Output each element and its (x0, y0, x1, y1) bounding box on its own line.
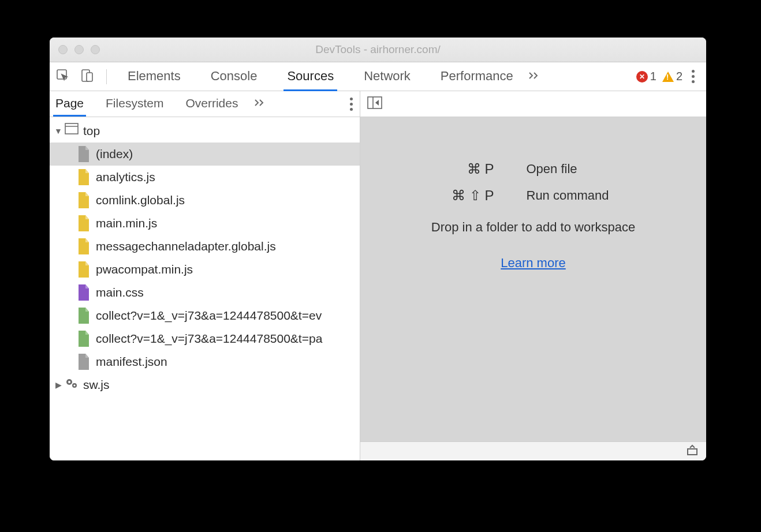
more-tabs-icon[interactable] (528, 70, 541, 83)
tree-item-label: top (83, 124, 100, 138)
tree-item-label: collect?v=1&_v=j73&a=1244478500&t=ev (96, 309, 322, 323)
tree-file-item[interactable]: analytics.js (50, 166, 360, 189)
navigator-tab-page[interactable]: Page (53, 91, 86, 117)
tree-file-item[interactable]: (index) (50, 143, 360, 166)
workspace-drop-hint: Drop in a folder to add to workspace (431, 220, 635, 235)
file-icon (77, 284, 90, 301)
settings-menu-icon[interactable] (688, 70, 698, 83)
tab-console[interactable]: Console (207, 62, 261, 91)
tab-performance[interactable]: Performance (437, 62, 517, 91)
inspect-element-icon[interactable] (55, 68, 70, 85)
editor-body[interactable]: ⌘ P Open file ⌘ ⇧ P Run command Drop in … (360, 117, 706, 441)
svg-rect-3 (65, 123, 78, 134)
svg-point-6 (68, 381, 70, 383)
tab-elements[interactable]: Elements (124, 62, 184, 91)
tree-file-item[interactable]: main.min.js (50, 212, 360, 235)
tree-item-label: (index) (96, 147, 133, 161)
devtools-window: DevTools - airhorner.com/ ElementsConsol… (50, 38, 706, 460)
window-title: DevTools - airhorner.com/ (50, 43, 706, 56)
hint-open-file: ⌘ P Open file (419, 161, 648, 177)
tree-file-item[interactable]: messagechanneladapter.global.js (50, 235, 360, 258)
hint-label: Run command (527, 188, 648, 203)
tree-item-label: analytics.js (96, 170, 155, 184)
tree-item-label: pwacompat.min.js (96, 263, 193, 276)
divider (106, 69, 107, 84)
warning-count-badge[interactable]: 2 (662, 70, 682, 83)
tree-item-label: manifest.json (96, 355, 167, 369)
tree-item-label: comlink.global.js (96, 193, 185, 207)
editor-header (360, 91, 706, 117)
toggle-drawer-icon[interactable] (687, 444, 698, 458)
file-icon (77, 308, 90, 324)
service-worker-icon (65, 377, 77, 393)
traffic-lights (58, 45, 100, 54)
navigator-tabbar: PageFilesystemOverrides (50, 91, 360, 117)
tree-item-label: messagechanneladapter.global.js (96, 239, 276, 253)
tree-item-label: collect?v=1&_v=j73&a=1244478500&t=pa (96, 332, 322, 346)
tree-file-item[interactable]: collect?v=1&_v=j73&a=1244478500&t=ev (50, 304, 360, 327)
file-icon (77, 146, 90, 162)
collapse-navigator-icon[interactable] (367, 96, 382, 111)
more-tabs-icon[interactable] (254, 98, 267, 110)
error-icon (636, 71, 648, 83)
titlebar: DevTools - airhorner.com/ (50, 38, 706, 62)
expand-arrow-icon[interactable]: ▼ (54, 126, 62, 136)
hint-keys: ⌘ ⇧ P (419, 188, 494, 204)
tab-network[interactable]: Network (360, 62, 414, 91)
svg-rect-11 (688, 449, 697, 455)
editor-pane: ⌘ P Open file ⌘ ⇧ P Run command Drop in … (360, 91, 706, 460)
warning-icon (662, 72, 674, 82)
hint-label: Open file (527, 162, 648, 177)
file-icon (77, 215, 90, 231)
file-icon (77, 331, 90, 347)
learn-more-link[interactable]: Learn more (501, 256, 566, 271)
tree-file-item[interactable]: comlink.global.js (50, 189, 360, 212)
file-icon (77, 192, 90, 208)
zoom-button[interactable] (91, 45, 100, 54)
frame-icon (65, 123, 77, 139)
file-tree: ▼ top (index) analytics.js comlink.globa… (50, 117, 360, 460)
tree-frame-top[interactable]: ▼ top (50, 119, 360, 143)
tab-sources[interactable]: Sources (283, 62, 337, 91)
svg-rect-9 (368, 97, 382, 108)
main-tabbar: ElementsConsoleSourcesNetworkPerformance… (50, 62, 706, 91)
file-icon (77, 261, 90, 278)
error-count: 1 (650, 70, 656, 83)
file-icon (77, 238, 90, 254)
tree-item-label: main.min.js (96, 216, 157, 230)
editor-footer (360, 441, 706, 460)
tree-file-item[interactable]: main.css (50, 281, 360, 304)
tree-file-item[interactable]: pwacompat.min.js (50, 258, 360, 281)
device-toolbar-icon[interactable] (80, 68, 95, 85)
tree-item-label: main.css (96, 286, 144, 299)
warning-count: 2 (676, 70, 682, 83)
hint-keys: ⌘ P (419, 161, 494, 177)
file-icon (77, 169, 90, 185)
hint-run-command: ⌘ ⇧ P Run command (419, 188, 648, 204)
tree-item-label: sw.js (83, 378, 110, 392)
tree-worker-swjs[interactable]: ▶ sw.js (50, 373, 360, 396)
minimize-button[interactable] (74, 45, 84, 54)
svg-point-8 (73, 384, 75, 386)
close-button[interactable] (58, 45, 68, 54)
navigator-pane: PageFilesystemOverrides ▼ top (index) an… (50, 91, 360, 460)
navigator-menu-icon[interactable] (346, 98, 356, 111)
file-icon (77, 354, 90, 370)
tree-file-item[interactable]: collect?v=1&_v=j73&a=1244478500&t=pa (50, 327, 360, 350)
expand-arrow-icon[interactable]: ▶ (54, 380, 62, 389)
navigator-tab-overrides[interactable]: Overrides (183, 91, 240, 117)
tree-file-item[interactable]: manifest.json (50, 350, 360, 373)
navigator-tab-filesystem[interactable]: Filesystem (103, 91, 166, 117)
svg-rect-2 (87, 73, 92, 81)
error-count-badge[interactable]: 1 (636, 70, 656, 83)
